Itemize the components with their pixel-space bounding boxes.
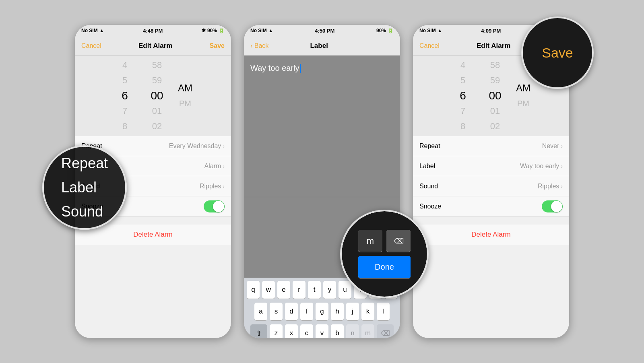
status-left-1: No SIM ▲ (81, 28, 104, 33)
m-key-zoom: m (358, 230, 382, 252)
label-value-1: Alarm › (204, 163, 225, 170)
key-s[interactable]: s (270, 303, 283, 320)
hour-item-3: 7 (460, 103, 465, 119)
label-value-3: Way too early › (520, 163, 563, 170)
delete-row-1[interactable]: Delete Alarm (75, 225, 231, 245)
hour-item: 4 (122, 58, 127, 73)
am-item: AM (178, 80, 192, 96)
circle-repeat: Repeat (61, 155, 108, 172)
ampm-picker-1[interactable]: AM PM (173, 80, 197, 111)
label-text-1: Alarm (204, 163, 221, 170)
minute-item-3: 03 (490, 134, 500, 136)
key-v[interactable]: v (316, 324, 328, 338)
save-button-1[interactable]: Save (210, 42, 225, 50)
minute-picker-3[interactable]: 57 58 59 00 01 02 03 (479, 56, 511, 136)
minute-item: 58 (152, 58, 162, 73)
key-a[interactable]: a (254, 303, 267, 320)
key-j[interactable]: j (346, 303, 359, 320)
delete-key-zoom: ⌫ (386, 230, 411, 252)
minute-item-3: 59 (490, 73, 500, 88)
phone2-wrapper: No SIM ▲ 4:50 PM 90% 🔋 ‹ Back Label Way … (244, 25, 400, 338)
key-t[interactable]: t (308, 281, 321, 299)
cancel-button-3[interactable]: Cancel (419, 42, 440, 50)
label-row-3[interactable]: Label Way too early › (413, 156, 569, 176)
sound-value-3: Ripples › (538, 183, 563, 190)
hour-item-3: 8 (460, 119, 465, 134)
kb-row-2: a s d f g h j k l (246, 303, 398, 320)
time-label-2: 4:50 PM (315, 28, 334, 34)
back-button-2[interactable]: ‹ Back (250, 42, 268, 50)
label-chevron-1: › (223, 163, 225, 169)
key-g[interactable]: g (316, 303, 328, 320)
hour-item-3: 4 (460, 58, 465, 73)
hour-item: 8 (122, 119, 127, 134)
nav-title-3: Edit Alarm (477, 42, 510, 50)
label-chevron-3: › (561, 163, 563, 169)
key-f[interactable]: f (300, 303, 313, 320)
minute-item-3: 02 (490, 119, 500, 134)
nav-title-2: Label (310, 42, 328, 50)
label-label-3: Label (419, 163, 435, 170)
key-q[interactable]: q (247, 281, 260, 299)
key-h[interactable]: h (331, 303, 344, 320)
repeat-text-3: Never (542, 142, 559, 150)
key-c[interactable]: c (300, 324, 313, 338)
status-left-3: No SIM ▲ (419, 28, 442, 33)
status-left-2: No SIM ▲ (250, 28, 273, 33)
key-b[interactable]: b (331, 324, 344, 338)
no-sim-label-3: No SIM (419, 28, 436, 33)
minute-item: 02 (152, 119, 162, 134)
done-circle-inner: m ⌫ Done (342, 211, 427, 297)
key-d[interactable]: d (285, 303, 298, 320)
time-picker-1[interactable]: 4 5 6 7 8 57 58 59 00 01 02 03 AM PM (75, 56, 231, 136)
wifi-icon-3: ▲ (438, 28, 442, 33)
wifi-icon-2: ▲ (268, 28, 273, 33)
no-sim-label-1: No SIM (81, 28, 98, 33)
key-e[interactable]: e (277, 281, 290, 299)
minute-item-3: 01 (490, 103, 500, 119)
circle-label: Label (61, 179, 97, 196)
key-r[interactable]: r (293, 281, 305, 299)
key-x[interactable]: x (285, 324, 298, 338)
hour-picker-1[interactable]: 4 5 6 7 8 (109, 58, 141, 134)
phone3-wrapper: No SIM ▲ 4:09 PM ✱ 71% 🔋 Cancel Edit Ala… (413, 25, 570, 338)
sound-value-1: Ripples › (200, 183, 225, 190)
delete-key[interactable]: ⌫ (377, 324, 394, 338)
save-circle-3: Save (521, 16, 594, 89)
key-u[interactable]: u (339, 281, 351, 299)
circle-zoom-1: Repeat Label Sound (42, 145, 127, 230)
cancel-button-1[interactable]: Cancel (81, 42, 101, 50)
snooze-toggle-1[interactable] (204, 200, 225, 212)
text-cursor-2 (300, 64, 301, 73)
label-input-area-2[interactable]: Way too early (244, 56, 400, 197)
sound-chevron-3: › (561, 183, 563, 190)
delete-row-3[interactable]: Delete Alarm (413, 225, 569, 245)
key-w[interactable]: w (262, 281, 275, 299)
sound-row-3[interactable]: Sound Ripples › (413, 176, 569, 196)
repeat-row-3[interactable]: Repeat Never › (413, 136, 569, 156)
key-m[interactable]: m (361, 324, 374, 338)
hour-picker-3[interactable]: 4 5 6 7 8 (447, 58, 479, 134)
nav-bar-2: ‹ Back Label (244, 36, 400, 56)
hour-item-3: 5 (460, 73, 465, 88)
bluetooth-icon-1: ✱ (202, 28, 206, 33)
key-n[interactable]: n (346, 324, 359, 338)
done-key-zoom[interactable]: Done (358, 256, 411, 278)
wifi-icon-1: ▲ (99, 28, 104, 33)
battery-label-1: 90% (207, 28, 217, 33)
repeat-chevron-3: › (561, 143, 563, 149)
key-l[interactable]: l (377, 303, 390, 320)
key-y[interactable]: y (323, 281, 336, 299)
time-label-3: 4:09 PM (481, 28, 501, 34)
key-z[interactable]: z (270, 324, 283, 338)
repeat-chevron-1: › (223, 143, 225, 149)
minute-picker-1[interactable]: 57 58 59 00 01 02 03 (141, 56, 173, 136)
done-bottom-row: Done (358, 256, 411, 278)
label-input-text-2: Way too early (250, 64, 394, 73)
snooze-toggle-3[interactable] (542, 200, 563, 212)
key-k[interactable]: k (361, 303, 374, 320)
ampm-picker-3[interactable]: AM PM (511, 80, 535, 111)
circle-sound: Sound (61, 203, 103, 220)
input-value-2: Way too early (250, 64, 299, 73)
shift-key[interactable]: ⇧ (250, 324, 267, 338)
